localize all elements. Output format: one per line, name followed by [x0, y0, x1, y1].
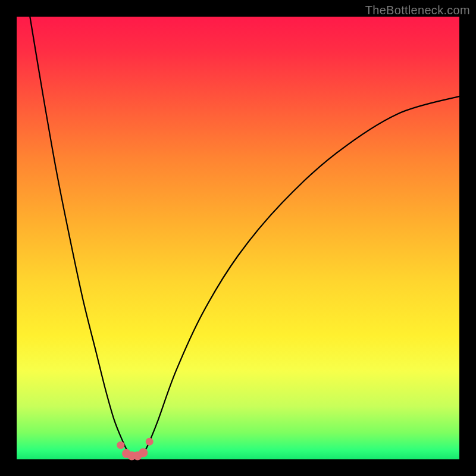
optimum-marker [117, 441, 124, 449]
bottleneck-curve-path [30, 17, 459, 455]
bottleneck-curve-svg [17, 17, 459, 459]
watermark-text: TheBottleneck.com [365, 4, 470, 17]
optimum-marker [146, 438, 154, 446]
chart-plot-area [17, 17, 459, 459]
optimum-marker [139, 448, 148, 457]
